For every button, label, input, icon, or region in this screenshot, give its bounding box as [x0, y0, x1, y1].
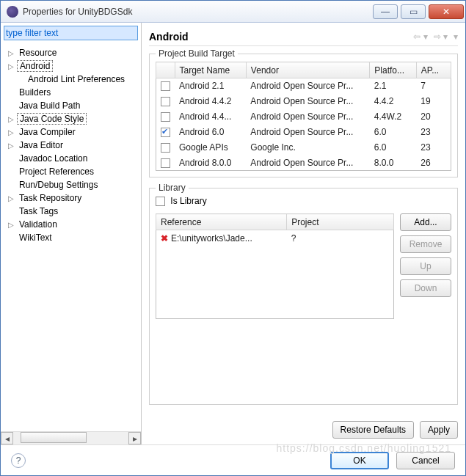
- back-icon[interactable]: ⇦ ▾: [413, 32, 427, 42]
- scroll-left-button[interactable]: ◂: [1, 432, 13, 444]
- target-table[interactable]: Target NameVendorPlatfo...AP... Android …: [156, 62, 451, 171]
- tree-label: Task Repository: [17, 193, 84, 203]
- apply-button[interactable]: Apply: [420, 421, 458, 439]
- target-checkbox[interactable]: [161, 158, 170, 168]
- is-library-label: Is Library: [170, 196, 206, 206]
- tree-label: Project References: [17, 166, 96, 177]
- col-project[interactable]: Project: [287, 214, 394, 230]
- table-header[interactable]: Platfo...: [370, 62, 416, 78]
- library-table[interactable]: Reference Project ✖E:\unityworks\Jade...…: [156, 213, 394, 319]
- tree-label: Java Editor: [17, 140, 65, 150]
- table-header[interactable]: [156, 62, 175, 78]
- maximize-button[interactable]: ▭: [401, 4, 426, 19]
- build-target-group: Project Build Target Target NameVendorPl…: [149, 54, 458, 177]
- error-icon: ✖: [161, 233, 168, 244]
- scroll-track[interactable]: [13, 432, 128, 444]
- tree-label: Builders: [17, 87, 53, 98]
- nav-tree[interactable]: ▷Resource▷AndroidAndroid Lint Preference…: [1, 43, 141, 431]
- tree-item[interactable]: Run/Debug Settings: [1, 178, 141, 191]
- minimize-button[interactable]: —: [373, 4, 398, 19]
- restore-defaults-button[interactable]: Restore Defaults: [332, 421, 414, 439]
- target-checkbox[interactable]: [161, 112, 170, 122]
- page-title: Android: [149, 31, 407, 43]
- tree-label: Javadoc Location: [17, 153, 90, 164]
- tree-item[interactable]: Javadoc Location: [1, 152, 141, 165]
- expand-icon[interactable]: ▷: [8, 221, 17, 229]
- tree-item[interactable]: ▷Android: [1, 59, 141, 73]
- tree-item[interactable]: ▷Resource: [1, 46, 141, 59]
- table-row[interactable]: Android 4.4.2Android Open Source Pr...4.…: [156, 94, 451, 109]
- dialog-footer: ? OK Cancel: [1, 444, 465, 475]
- scroll-thumb[interactable]: [21, 432, 87, 443]
- group-title: Library: [156, 183, 189, 193]
- tree-label: Android: [17, 60, 53, 72]
- up-button[interactable]: Up: [400, 257, 451, 275]
- table-row[interactable]: Android 2.1Android Open Source Pr...2.17: [156, 78, 451, 94]
- cancel-button[interactable]: Cancel: [396, 452, 455, 469]
- eclipse-icon: [7, 6, 18, 18]
- col-reference[interactable]: Reference: [156, 214, 287, 230]
- tree-item[interactable]: Task Tags: [1, 205, 141, 218]
- expand-icon[interactable]: ▷: [8, 49, 17, 57]
- tree-label: Resource: [17, 48, 59, 58]
- expand-icon[interactable]: ▷: [8, 115, 17, 123]
- target-checkbox[interactable]: [161, 97, 170, 106]
- window-titlebar: Properties for UnityBDGSdk — ▭ ✕: [1, 1, 465, 23]
- table-header[interactable]: AP...: [416, 62, 451, 78]
- close-button[interactable]: ✕: [429, 4, 464, 19]
- tree-label: Java Build Path: [17, 100, 82, 111]
- expand-icon[interactable]: ▷: [8, 142, 17, 150]
- ok-button[interactable]: OK: [330, 452, 389, 469]
- filter-input[interactable]: [4, 26, 138, 40]
- help-icon[interactable]: ?: [11, 453, 26, 468]
- menu-icon[interactable]: ▾: [454, 32, 458, 42]
- down-button[interactable]: Down: [400, 279, 451, 297]
- tree-item[interactable]: ▷Java Editor: [1, 139, 141, 152]
- table-row[interactable]: Android 8.0.0Android Open Source Pr...8.…: [156, 155, 451, 171]
- tree-label: WikiText: [17, 232, 54, 243]
- tree-item[interactable]: Android Lint Preferences: [1, 73, 141, 86]
- tree-item[interactable]: Java Build Path: [1, 99, 141, 112]
- is-library-checkbox[interactable]: [156, 197, 165, 206]
- tree-item[interactable]: Project References: [1, 165, 141, 178]
- add-button[interactable]: Add...: [400, 213, 451, 231]
- tree-label: Android Lint Preferences: [26, 74, 127, 84]
- table-row[interactable]: ✖E:\unityworks\Jade... ?: [156, 230, 394, 246]
- tree-item[interactable]: WikiText: [1, 231, 141, 244]
- tree-item[interactable]: ▷Java Compiler: [1, 125, 141, 139]
- main-panel: Android ⇦ ▾ ⇨ ▾ ▾ Project Build Target T…: [142, 23, 465, 444]
- library-group: Library Is Library Reference Project ✖E:…: [149, 188, 458, 405]
- window-title: Properties for UnityBDGSdk: [23, 7, 370, 17]
- target-checkbox[interactable]: [161, 81, 170, 91]
- tree-label: Java Code Style: [17, 113, 87, 125]
- expand-icon[interactable]: ▷: [8, 194, 17, 202]
- target-checkbox[interactable]: [161, 143, 170, 153]
- table-header[interactable]: Target Name: [175, 62, 246, 78]
- tree-label: Java Compiler: [17, 127, 78, 137]
- tree-item[interactable]: ▷Java Code Style: [1, 112, 141, 125]
- tree-label: Task Tags: [17, 206, 60, 216]
- tree-item[interactable]: ▷Validation: [1, 218, 141, 231]
- sidebar: ▷Resource▷AndroidAndroid Lint Preference…: [1, 23, 142, 444]
- forward-icon[interactable]: ⇨ ▾: [434, 32, 448, 42]
- table-header[interactable]: Vendor: [246, 62, 369, 78]
- scroll-right-button[interactable]: ▸: [128, 432, 141, 444]
- tree-label: Run/Debug Settings: [17, 180, 100, 190]
- tree-item[interactable]: ▷Task Repository: [1, 191, 141, 205]
- expand-icon[interactable]: ▷: [8, 128, 17, 136]
- expand-icon[interactable]: ▷: [8, 62, 17, 70]
- group-title: Project Build Target: [156, 48, 238, 59]
- table-row[interactable]: Android 6.0Android Open Source Pr...6.02…: [156, 125, 451, 140]
- tree-label: Validation: [17, 219, 59, 230]
- tree-item[interactable]: Builders: [1, 86, 141, 99]
- table-row[interactable]: Google APIsGoogle Inc.6.023: [156, 140, 451, 155]
- horizontal-scrollbar[interactable]: ◂ ▸: [1, 431, 141, 444]
- remove-button[interactable]: Remove: [400, 235, 451, 253]
- target-checkbox[interactable]: [161, 128, 170, 137]
- table-row[interactable]: Android 4.4...Android Open Source Pr...4…: [156, 109, 451, 125]
